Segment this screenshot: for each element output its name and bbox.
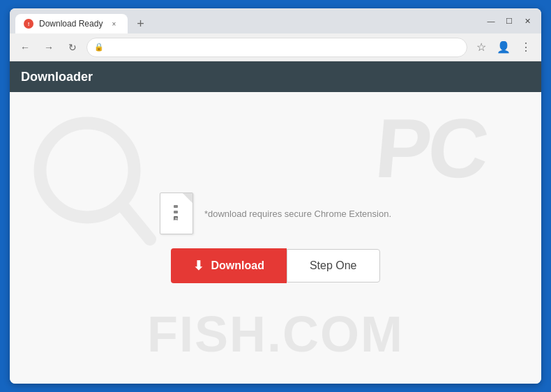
file-icon: ZIP [160, 193, 193, 234]
active-tab[interactable]: ! Download Ready × [15, 14, 128, 33]
buttons-row: ⬇ Download Step One [171, 248, 379, 283]
download-icon: ⬇ [193, 258, 204, 273]
main-content: PC FISH.COM ZIP *download requires secur… [10, 92, 541, 384]
back-button[interactable]: ← [15, 38, 35, 57]
browser-window: ! Download Ready × + — ☐ ✕ ← → ↻ 🔒 ☆ 👤 ⋮… [10, 8, 541, 384]
site-header-title: Downloader [21, 70, 93, 84]
address-bar: ← → ↻ 🔒 ☆ 👤 ⋮ [10, 33, 541, 61]
bookmark-icon[interactable]: ☆ [471, 38, 491, 57]
tab-title: Download Ready [39, 19, 103, 29]
content-area: ZIP *download requires secure Chrome Ext… [160, 193, 391, 283]
tab-favicon: ! [24, 19, 33, 29]
svg-point-0 [40, 123, 135, 218]
tab-close-button[interactable]: × [108, 18, 119, 29]
toolbar-icons: ☆ 👤 ⋮ [471, 38, 536, 57]
download-button[interactable]: ⬇ Download [171, 248, 286, 283]
zip-icon: ZIP [168, 204, 185, 223]
site-header: Downloader [10, 61, 541, 92]
lock-icon: 🔒 [94, 43, 104, 52]
svg-text:ZIP: ZIP [174, 217, 180, 221]
download-label: Download [211, 259, 264, 272]
svg-line-1 [122, 205, 151, 240]
close-button[interactable]: ✕ [519, 13, 536, 29]
menu-icon[interactable]: ⋮ [516, 38, 536, 57]
address-field[interactable]: 🔒 [86, 38, 467, 57]
pc-watermark: PC [372, 106, 489, 190]
forward-button[interactable]: → [39, 38, 59, 57]
minimize-button[interactable]: — [483, 13, 499, 29]
tab-area: ! Download Ready × + [15, 8, 480, 33]
step-one-label: Step One [310, 259, 357, 271]
svg-rect-2 [174, 205, 178, 208]
window-controls: — ☐ ✕ [483, 13, 536, 29]
fishcom-watermark: FISH.COM [10, 306, 541, 363]
title-bar: ! Download Ready × + — ☐ ✕ [10, 8, 541, 33]
refresh-button[interactable]: ↻ [63, 38, 82, 57]
new-tab-button[interactable]: + [130, 14, 150, 33]
step-one-button[interactable]: Step One [287, 249, 380, 282]
magnifier-watermark [31, 113, 156, 252]
file-description: *download requires secure Chrome Extensi… [204, 209, 391, 219]
maximize-button[interactable]: ☐ [501, 13, 518, 29]
svg-rect-3 [174, 211, 178, 213]
profile-icon[interactable]: 👤 [494, 38, 513, 57]
file-info: ZIP *download requires secure Chrome Ext… [160, 193, 391, 234]
